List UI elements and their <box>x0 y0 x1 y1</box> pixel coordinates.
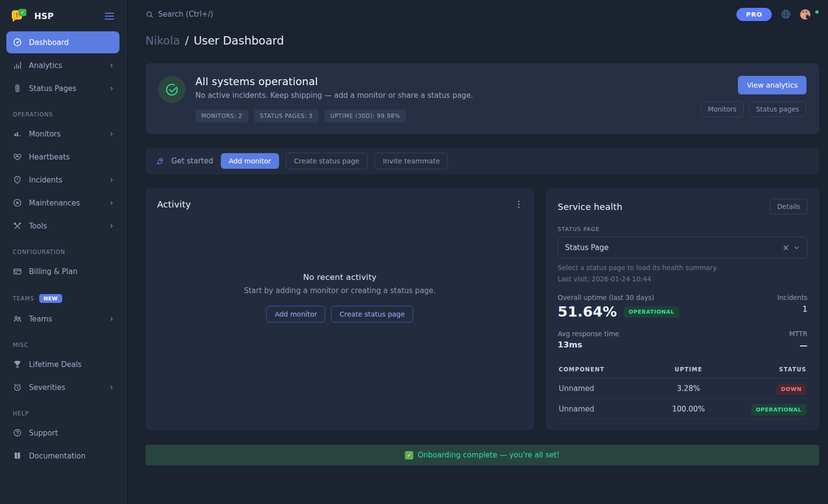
operational-check-icon <box>158 76 186 103</box>
sidebar-item-label: Teams <box>29 315 103 323</box>
chevron-right-icon: › <box>110 315 113 323</box>
credit-card-icon <box>13 267 22 276</box>
component-uptime: 3.28% <box>649 384 728 393</box>
operational-status-badge: OPERATIONAL <box>751 404 806 415</box>
sidebar-item-billing[interactable]: Billing & Plan <box>6 260 119 282</box>
content-grid: Activity No recent activity Start by add… <box>145 188 819 430</box>
breadcrumb: Nikola / User Dashboard <box>145 34 819 47</box>
incidents-block: Incidents 1 <box>778 294 807 314</box>
chevron-right-icon: › <box>110 61 113 69</box>
sidebar-item-documentation[interactable]: Documentation <box>6 445 119 467</box>
sidebar-item-maintenances[interactable]: Maintenances › <box>6 192 119 214</box>
main-area: Search (Ctrl+/) PRO Nikola / User Dashbo… <box>126 0 828 504</box>
onboarding-banner: ✓ Onboarding complete — you're all set! <box>145 445 819 465</box>
sidebar-section-teams: TEAMS NEW <box>13 294 113 303</box>
page-title: User Dashboard <box>193 34 284 47</box>
status-page-select-value: Status Page <box>565 243 779 252</box>
sidebar-item-support[interactable]: Support <box>6 422 119 444</box>
topbar: Search (Ctrl+/) PRO <box>145 0 819 28</box>
uptime-label: Overall uptime (last 30 days) <box>558 294 679 301</box>
mttr-value: — <box>789 341 807 350</box>
chevron-right-icon: › <box>110 176 113 184</box>
sidebar-item-label: Billing & Plan <box>29 267 113 276</box>
col-component: COMPONENT <box>559 366 649 373</box>
get-started-label: Get started <box>171 157 213 165</box>
rocket-icon <box>155 157 165 166</box>
sidebar-item-label: Lifetime Deals <box>29 360 113 369</box>
sidebar-item-label: Maintenances <box>29 199 103 207</box>
status-hero-card: All systems operational No active incide… <box>145 63 819 134</box>
alarm-clock-icon <box>13 383 22 392</box>
section-label: HELP <box>13 410 29 417</box>
search-input[interactable]: Search (Ctrl+/) <box>145 10 213 19</box>
sidebar-item-analytics[interactable]: Analytics › <box>6 54 119 76</box>
dashboard-gauge-icon <box>13 38 22 47</box>
sidebar-item-tools[interactable]: Tools › <box>6 215 119 237</box>
view-analytics-button[interactable]: View analytics <box>738 76 806 94</box>
tools-icon <box>13 221 22 230</box>
chevron-right-icon: › <box>110 84 113 92</box>
incidents-value: 1 <box>778 304 807 314</box>
empty-add-monitor-button[interactable]: Add monitor <box>266 306 325 322</box>
empty-state-subtitle: Start by adding a monitor or creating a … <box>244 286 436 295</box>
sidebar-item-label: Analytics <box>29 61 103 70</box>
sidebar-item-label: Severities <box>29 383 103 392</box>
table-row: Unnamed 100.00% OPERATIONAL <box>558 399 807 419</box>
empty-state-title: No recent activity <box>244 273 436 282</box>
overall-uptime-block: Overall uptime (last 30 days) 51.64% OPE… <box>558 294 679 320</box>
invite-teammate-button[interactable]: Invite teammate <box>375 153 448 169</box>
sidebar-item-heartbeats[interactable]: Heartbeats <box>6 146 119 168</box>
details-button[interactable]: Details <box>770 199 807 214</box>
col-status: STATUS <box>728 366 806 373</box>
new-badge: NEW <box>39 294 62 303</box>
kebab-menu-icon[interactable] <box>515 199 522 210</box>
activity-title: Activity <box>157 199 191 209</box>
sidebar-item-teams[interactable]: Teams › <box>6 308 119 330</box>
breadcrumb-parent[interactable]: Nikola <box>145 34 180 47</box>
app-name: HSP <box>34 11 99 21</box>
create-status-page-button[interactable]: Create status page <box>286 153 368 169</box>
uptime-chip: UPTIME (30D): 99.98% <box>325 110 406 122</box>
status-page-select[interactable]: Status Page × <box>558 237 807 258</box>
avg-response-block: Avg response time 13ms <box>558 330 619 349</box>
sidebar-item-status-pages[interactable]: Status Pages › <box>6 77 119 99</box>
monitors-bars-icon <box>13 129 22 138</box>
topbar-right: PRO <box>736 8 819 21</box>
status-pages-count-chip: STATUS PAGES: 3 <box>254 110 319 122</box>
component-uptime: 100.00% <box>649 405 728 413</box>
search-placeholder: Search (Ctrl+/) <box>158 10 213 19</box>
maintenance-icon <box>13 198 22 207</box>
sidebar-item-lifetime-deals[interactable]: Lifetime Deals <box>6 353 119 375</box>
menu-toggle-icon[interactable] <box>104 11 115 22</box>
language-globe-icon[interactable] <box>781 9 791 20</box>
chevron-right-icon: › <box>110 130 113 138</box>
operational-badge: OPERATIONAL <box>624 306 679 318</box>
chevron-down-icon <box>793 244 800 251</box>
sidebar-item-monitors[interactable]: Monitors › <box>6 123 119 145</box>
theme-palette-icon[interactable] <box>800 9 810 20</box>
empty-create-status-page-button[interactable]: Create status page <box>331 306 413 322</box>
monitors-button[interactable]: Monitors <box>701 101 744 117</box>
sidebar-header: ! ✓ HSP <box>0 0 126 30</box>
chevron-right-icon: › <box>110 222 113 230</box>
clear-selection-icon[interactable]: × <box>779 243 793 252</box>
select-helper-text: Select a status page to load its health … <box>558 264 807 272</box>
add-monitor-button[interactable]: Add monitor <box>221 153 279 169</box>
analytics-icon <box>13 61 22 70</box>
pro-badge[interactable]: PRO <box>736 8 772 21</box>
search-icon <box>145 10 154 19</box>
sidebar-item-severities[interactable]: Severities › <box>6 376 119 398</box>
status-pages-button[interactable]: Status pages <box>749 101 806 117</box>
sidebar-item-label: Dashboard <box>29 38 113 47</box>
table-header-row: COMPONENT UPTIME STATUS <box>558 361 807 378</box>
sidebar-item-incidents[interactable]: Incidents › <box>6 169 119 191</box>
hero-subtitle: No active incidents. Keep shipping — add… <box>195 91 689 100</box>
breadcrumb-separator: / <box>185 34 189 47</box>
people-icon <box>13 314 22 323</box>
sidebar-item-dashboard[interactable]: Dashboard <box>6 31 119 53</box>
section-label: CONFIGURATION <box>13 249 65 255</box>
activity-card: Activity No recent activity Start by add… <box>145 188 534 430</box>
sidebar-section-misc: MISC <box>13 342 113 348</box>
sidebar-item-label: Tools <box>29 222 103 230</box>
hero-actions: View analytics Monitors Status pages <box>699 76 806 122</box>
